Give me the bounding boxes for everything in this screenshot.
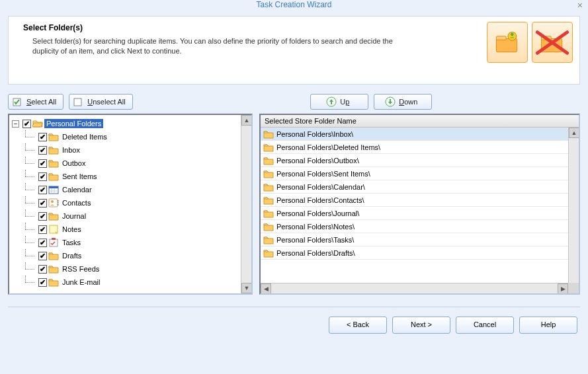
expander-icon[interactable]: − — [12, 120, 19, 128]
folder-icon — [263, 209, 274, 218]
tree-vertical-scrollbar[interactable]: ▲ ▼ — [241, 115, 251, 293]
list-row-path: Personal Folders\Contacts\ — [276, 196, 364, 204]
tree-node-label[interactable]: Notes — [60, 225, 83, 234]
tree-node-label[interactable]: Outbox — [60, 159, 87, 168]
tree-checkbox[interactable]: ✔ — [38, 239, 47, 247]
tree-child-node[interactable]: ✔Tasks — [12, 236, 251, 249]
move-down-button[interactable]: Down — [374, 94, 432, 110]
help-button[interactable]: Help — [519, 317, 577, 334]
move-up-button[interactable]: Up — [310, 94, 368, 110]
tree-checkbox[interactable]: ✔ — [38, 212, 47, 221]
next-button[interactable]: Next > — [392, 317, 450, 334]
folders-illustration-icon — [487, 22, 528, 63]
list-row[interactable]: Personal Folders\Sent Items\ — [261, 167, 579, 180]
folder-icon — [48, 145, 59, 155]
tree-child-node[interactable]: ✔Calendar — [12, 183, 251, 196]
unselect-all-icon — [73, 96, 84, 107]
tree-checkbox[interactable]: ✔ — [38, 146, 47, 155]
tree-node-label[interactable]: Contacts — [60, 198, 93, 207]
wizard-footer: < Back Next > Cancel Help — [0, 317, 577, 334]
folder-icon — [48, 132, 59, 141]
calendar-icon — [48, 185, 59, 194]
tree-checkbox[interactable]: ✔ — [22, 120, 31, 128]
svg-point-3 — [511, 33, 514, 36]
tree-child-node[interactable]: ✔Junk E-mail — [12, 276, 251, 289]
folder-icon — [263, 182, 274, 192]
tree-node-label[interactable]: Junk E-mail — [60, 278, 102, 287]
select-all-icon — [13, 96, 23, 107]
list-row[interactable]: Personal Folders\Outbox\ — [261, 154, 579, 167]
list-vertical-scrollbar[interactable]: ▲ ▼ — [568, 128, 579, 293]
list-row[interactable]: Personal Folders\Journal\ — [261, 207, 579, 220]
tree-checkbox[interactable]: ✔ — [38, 159, 47, 168]
list-row-path: Personal Folders\Sent Items\ — [276, 170, 370, 178]
folder-icon — [263, 156, 274, 165]
svg-rect-11 — [49, 186, 58, 188]
list-row[interactable]: Personal Folders\Tasks\ — [261, 233, 579, 246]
folder-icon — [48, 264, 59, 274]
tree-child-node[interactable]: ✔RSS Feeds — [12, 262, 251, 276]
list-row[interactable]: Personal Folders\Calendar\ — [261, 180, 579, 194]
tree-node-label[interactable]: Deleted Items — [60, 132, 109, 141]
tree-node-label[interactable]: Tasks — [60, 238, 83, 247]
tree-child-node[interactable]: ✔Drafts — [12, 249, 251, 262]
tree-node-label[interactable]: Calendar — [60, 185, 94, 194]
tree-node-label[interactable]: Sent Items — [60, 172, 99, 181]
contacts-icon — [48, 198, 59, 207]
svg-rect-7 — [74, 98, 81, 106]
tree-checkbox[interactable]: ✔ — [38, 265, 47, 274]
list-column-header[interactable]: Selected Store Folder Name — [261, 115, 579, 128]
tree-child-node[interactable]: ✔Sent Items — [12, 170, 251, 183]
folder-icon — [263, 130, 274, 139]
tree-checkbox[interactable]: ✔ — [38, 252, 47, 260]
list-row[interactable]: Personal Folders\Contacts\ — [261, 194, 579, 207]
svg-rect-17 — [58, 200, 59, 202]
unselect-all-button[interactable]: Unselect All — [69, 94, 132, 110]
list-row[interactable]: Personal Folders\Notes\ — [261, 220, 579, 233]
list-row[interactable]: Personal Folders\Inbox\ — [261, 128, 579, 141]
tree-checkbox[interactable]: ✔ — [38, 278, 47, 287]
close-icon[interactable]: × — [577, 0, 583, 11]
tree-checkbox[interactable]: ✔ — [38, 172, 47, 181]
tree-checkbox[interactable]: ✔ — [38, 225, 47, 234]
tree-root-node[interactable]: −✔Personal Folders — [12, 117, 251, 130]
tree-node-label[interactable]: Journal — [60, 211, 88, 221]
scroll-up-icon[interactable]: ▲ — [569, 128, 579, 138]
tree-node-label[interactable]: Inbox — [60, 145, 82, 155]
tree-child-node[interactable]: ✔Journal — [12, 209, 251, 223]
list-horizontal-scrollbar[interactable]: ◀ ▶ — [261, 283, 568, 293]
folder-icon — [263, 235, 274, 244]
svg-rect-18 — [58, 202, 59, 204]
list-row[interactable]: Personal Folders\Drafts\ — [261, 246, 579, 260]
list-row-path: Personal Folders\Calendar\ — [276, 183, 365, 191]
tree-child-node[interactable]: ✔Notes — [12, 223, 251, 236]
scroll-left-icon[interactable]: ◀ — [261, 283, 271, 293]
tree-child-node[interactable]: ✔Outbox — [12, 157, 251, 170]
select-all-button[interactable]: SSelect Allelect All — [8, 94, 63, 110]
tree-node-label[interactable]: Drafts — [60, 251, 83, 260]
back-button[interactable]: < Back — [329, 317, 387, 334]
tree-node-label[interactable]: RSS Feeds — [60, 264, 101, 274]
cancel-button[interactable]: Cancel — [456, 317, 514, 334]
list-row-path: Personal Folders\Outbox\ — [276, 157, 359, 165]
scroll-up-icon[interactable]: ▲ — [241, 115, 252, 126]
tree-child-node[interactable]: ✔Inbox — [12, 143, 251, 157]
arrow-up-icon — [326, 96, 337, 107]
folder-icon — [48, 159, 59, 168]
list-row-path: Personal Folders\Journal\ — [276, 209, 359, 217]
arrow-down-icon — [385, 96, 396, 107]
folder-icon — [48, 251, 59, 260]
window-title: Task Creation Wizard — [256, 0, 331, 9]
svg-rect-19 — [58, 204, 59, 206]
tree-checkbox[interactable]: ✔ — [38, 186, 47, 194]
tree-child-node[interactable]: ✔Deleted Items — [12, 130, 251, 143]
selected-folders-panel: Selected Store Folder Name Personal Fold… — [259, 114, 580, 295]
tree-child-node[interactable]: ✔Contacts — [12, 196, 251, 209]
scroll-down-icon[interactable]: ▼ — [241, 283, 252, 293]
tree-checkbox[interactable]: ✔ — [38, 199, 47, 207]
tree-checkbox[interactable]: ✔ — [38, 133, 47, 141]
folder-icon — [263, 143, 274, 152]
scroll-right-icon[interactable]: ▶ — [558, 283, 568, 293]
list-row[interactable]: Personal Folders\Deleted Items\ — [261, 141, 579, 154]
tree-node-label[interactable]: Personal Folders — [44, 119, 103, 128]
